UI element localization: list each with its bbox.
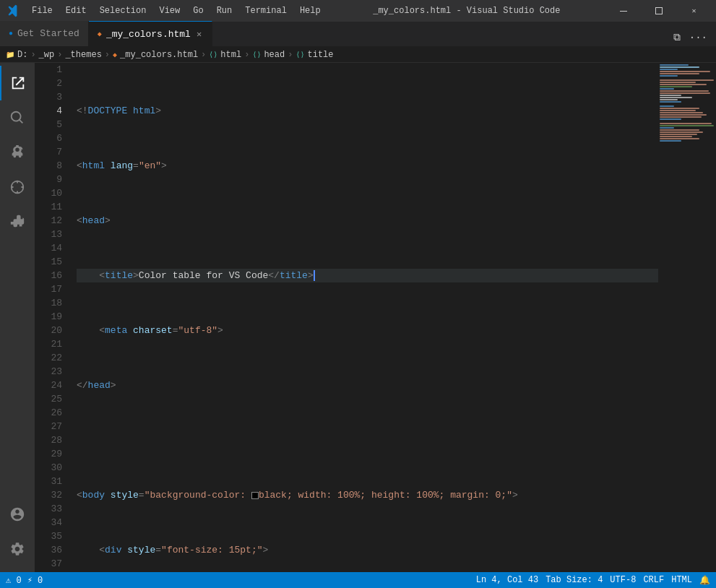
minimap-line: [660, 64, 689, 66]
minimap-line: [660, 121, 663, 122]
tab-close-button[interactable]: ✕: [195, 27, 203, 41]
tab-my-colors[interactable]: ◆ _my_colors.html ✕: [89, 21, 212, 46]
menu-bar: File Edit Selection View Go Run Terminal…: [26, 4, 327, 17]
activity-search-icon[interactable]: [0, 100, 35, 135]
menu-terminal[interactable]: Terminal: [239, 4, 293, 17]
menu-file[interactable]: File: [26, 4, 59, 17]
line-num-11: 11: [35, 200, 62, 214]
line-num-13: 13: [35, 228, 62, 241]
minimap-line: [660, 108, 699, 109]
line-num-22: 22: [35, 351, 62, 365]
minimap-line: [660, 136, 692, 137]
minimap-line: [660, 69, 678, 70]
status-notifications[interactable]: 🔔: [699, 575, 710, 586]
activity-account-icon[interactable]: [0, 497, 35, 532]
code-line-6: </head>: [77, 379, 658, 392]
maximize-button[interactable]: [642, 0, 675, 22]
tab-icon-get-started: ●: [9, 30, 13, 38]
code-line-7: [77, 433, 658, 447]
more-actions-button[interactable]: ···: [686, 29, 710, 46]
status-language[interactable]: HTML: [671, 575, 692, 585]
status-right: Ln 4, Col 43 Tab Size: 4 UTF-8 CRLF HTML…: [476, 575, 710, 586]
code-line-8: <body style="background-color: black; wi…: [77, 488, 658, 502]
line-num-9: 9: [35, 173, 62, 186]
breadcrumb-html[interactable]: html: [220, 50, 241, 60]
line-num-14: 14: [35, 241, 62, 255]
minimize-button[interactable]: [607, 0, 639, 22]
breadcrumb-title[interactable]: title: [307, 50, 333, 60]
breadcrumb-wp[interactable]: _wp: [39, 50, 55, 60]
menu-view[interactable]: View: [153, 4, 186, 17]
line-num-36: 36: [35, 543, 62, 557]
menu-run[interactable]: Run: [211, 4, 238, 17]
breadcrumb-d[interactable]: D:: [17, 50, 27, 60]
breadcrumb-file-icon: ◆: [113, 51, 117, 59]
minimap-line: [660, 131, 703, 133]
minimap-line: [660, 138, 699, 139]
breadcrumb-title-icon: ⟨⟩: [296, 51, 304, 59]
window-title: _my_colors.html - Visual Studio Code: [327, 6, 607, 16]
code-line-4: <title>Color table for VS Code</title>: [77, 269, 658, 282]
line-num-33: 33: [35, 502, 62, 516]
window-controls: ✕: [607, 0, 710, 22]
menu-edit[interactable]: Edit: [60, 4, 92, 17]
cursor: [314, 270, 315, 281]
status-tab-size[interactable]: Tab Size: 4: [545, 575, 603, 585]
tab-get-started[interactable]: ● Get Started: [0, 21, 89, 46]
line-num-17: 17: [35, 282, 62, 296]
breadcrumb-themes[interactable]: _themes: [65, 50, 101, 60]
line-num-7: 7: [35, 145, 62, 159]
minimap-line: [660, 127, 674, 129]
line-num-25: 25: [35, 392, 62, 406]
minimap-line: [660, 77, 667, 79]
menu-go[interactable]: Go: [187, 4, 209, 17]
tab-icon-html: ◆: [98, 30, 102, 38]
tab-label-my-colors: _my_colors.html: [106, 29, 191, 40]
status-line-ending[interactable]: CRLF: [643, 575, 664, 585]
line-num-35: 35: [35, 529, 62, 543]
line-numbers: 1 2 3 4 5 6 7 8 9 10 11 12 13 14 15 16 1…: [35, 63, 71, 572]
minimap-line: [660, 112, 703, 113]
main-area: 1 2 3 4 5 6 7 8 9 10 11 12 13 14 15 16 1…: [0, 63, 716, 572]
code-editor[interactable]: <!DOCTYPE html> <html lang="en"> <head> …: [71, 63, 658, 572]
minimap-line: [660, 114, 707, 116]
title-bar: File Edit Selection View Go Run Terminal…: [0, 0, 716, 22]
line-num-37: 37: [35, 557, 62, 571]
minimap-line: [660, 101, 681, 103]
activity-extensions-icon[interactable]: [0, 204, 35, 239]
svg-rect-1: [655, 8, 662, 14]
minimap-line: [660, 66, 699, 68]
status-errors[interactable]: ⚠ 0: [6, 575, 22, 586]
line-num-30: 30: [35, 461, 62, 475]
menu-selection[interactable]: Selection: [94, 4, 152, 17]
minimap-line: [660, 88, 674, 90]
minimap-line: [660, 140, 681, 142]
line-num-3: 3: [35, 90, 62, 104]
minimap-line: [660, 95, 681, 96]
breadcrumb-head[interactable]: head: [264, 50, 285, 60]
line-num-10: 10: [35, 186, 62, 200]
line-num-29: 29: [35, 447, 62, 461]
status-position[interactable]: Ln 4, Col 43: [476, 575, 538, 585]
activity-settings-icon[interactable]: [0, 532, 35, 566]
activity-source-control-icon[interactable]: [0, 135, 35, 170]
breadcrumb-filename[interactable]: _my_colors.html: [120, 50, 198, 60]
close-button[interactable]: ✕: [678, 0, 710, 22]
activity-explorer-icon[interactable]: [0, 66, 35, 100]
line-num-8: 8: [35, 159, 62, 173]
minimap-line: [660, 105, 674, 107]
line-num-28: 28: [35, 433, 62, 447]
activity-debug-icon[interactable]: [0, 170, 35, 204]
minimap-line: [660, 75, 678, 77]
status-encoding[interactable]: UTF-8: [610, 575, 636, 585]
minimap-line: [660, 82, 696, 83]
code-line-9: <div style="font-size: 15pt;">: [77, 543, 658, 557]
activity-bar-bottom: [0, 497, 35, 572]
minimap-line: [660, 118, 681, 120]
status-bar: ⚠ 0 ⚡ 0 Ln 4, Col 43 Tab Size: 4 UTF-8 C…: [0, 572, 716, 588]
status-warnings[interactable]: ⚡ 0: [27, 575, 43, 586]
menu-help[interactable]: Help: [294, 4, 327, 17]
editor-content[interactable]: 1 2 3 4 5 6 7 8 9 10 11 12 13 14 15 16 1…: [35, 63, 716, 572]
minimap-line: [660, 123, 712, 124]
split-editor-button[interactable]: ⧉: [670, 29, 683, 46]
